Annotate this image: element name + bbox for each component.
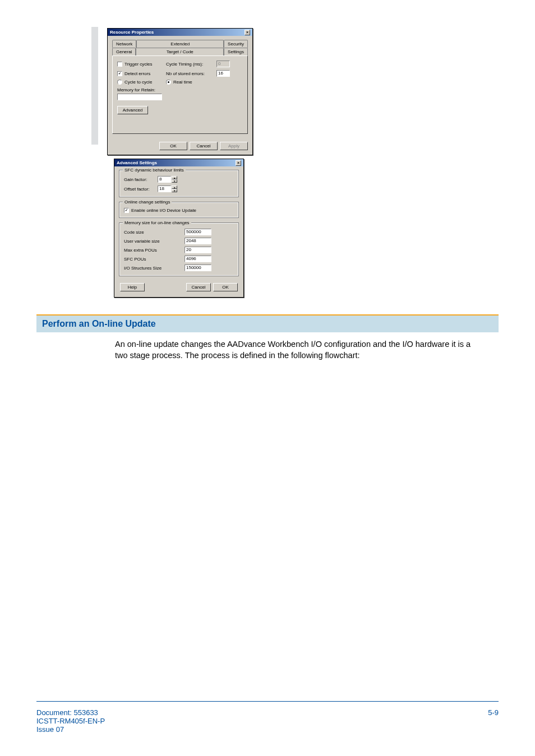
body-paragraph: An on-line update changes the AADvance W… — [115, 339, 474, 361]
memory-retain-label: Memory for Retain: — [117, 87, 243, 92]
trigger-cycles-checkbox[interactable] — [117, 62, 122, 67]
cancel-button[interactable]: Cancel — [190, 142, 218, 150]
offset-factor-label: Offset factor: — [124, 187, 158, 192]
page-footer: Document: 553633 ICSTT-RM405f-EN-P Issue… — [36, 701, 499, 734]
sfc-group-title: SFC dynamic behaviour limits — [123, 168, 186, 173]
footer-page-number: 5-9 — [488, 708, 499, 734]
memory-group-title: Memory size for on-line changes — [123, 220, 191, 225]
tab-settings[interactable]: Settings — [224, 48, 248, 55]
code-size-label: Code size — [124, 230, 185, 235]
help-button[interactable]: Help — [120, 283, 145, 291]
ok-button[interactable]: OK — [213, 283, 238, 291]
detect-errors-checkbox[interactable]: ✔ — [117, 71, 122, 76]
gain-factor-spinner[interactable]: ▴▾ — [172, 176, 177, 183]
memory-retain-input[interactable] — [117, 94, 162, 100]
tab-target-code[interactable]: Target / Code — [136, 48, 224, 55]
resource-properties-dialog: Resource Properties × Network Extended S… — [107, 28, 253, 155]
apply-button: Apply — [220, 142, 248, 150]
dialog2-title: Advanced Settings — [117, 160, 157, 165]
tab-network[interactable]: Network — [112, 40, 136, 48]
sfc-pous-input[interactable]: 4096 — [185, 256, 211, 262]
close-icon[interactable]: × — [236, 160, 241, 166]
dialog2-titlebar: Advanced Settings × — [114, 159, 243, 166]
offset-factor-input[interactable]: 18 — [158, 185, 171, 192]
tab-security[interactable]: Security — [224, 40, 248, 48]
enable-online-checkbox[interactable]: ✔ — [124, 208, 129, 213]
dialog1-titlebar: Resource Properties × — [108, 29, 252, 36]
max-pous-input[interactable]: 20 — [185, 247, 211, 253]
memory-size-group: Memory size for on-line changes Code siz… — [119, 222, 239, 276]
online-change-group: Online change settings ✔ Enable online I… — [119, 202, 239, 218]
close-icon[interactable]: × — [245, 30, 250, 35]
ok-button[interactable]: OK — [159, 142, 187, 150]
dialog1-title: Resource Properties — [110, 30, 154, 35]
cycle-to-cycle-label: Cycle to cycle — [124, 80, 166, 85]
gain-factor-input[interactable]: 8 — [158, 176, 171, 183]
user-var-input[interactable]: 2048 — [185, 238, 211, 244]
advanced-settings-dialog: Advanced Settings × SFC dynamic behaviou… — [114, 159, 244, 298]
footer-doc-line3: Issue 07 — [36, 725, 105, 734]
trigger-cycles-label: Trigger cycles — [124, 62, 166, 67]
io-struct-input[interactable]: 150000 — [185, 265, 211, 271]
nb-stored-errors-label: Nb of stored errors: — [166, 71, 216, 76]
code-size-input[interactable]: 500000 — [185, 229, 211, 235]
advanced-button[interactable]: Advanced — [117, 106, 148, 114]
sfc-pous-label: SFC POUs — [124, 257, 185, 262]
cycle-timing-label: Cycle Timing (ms): — [166, 62, 216, 67]
nb-stored-errors-input[interactable]: 16 — [216, 70, 230, 77]
cancel-button[interactable]: Cancel — [186, 283, 211, 291]
online-group-title: Online change settings — [123, 200, 172, 205]
offset-factor-spinner[interactable]: ▴▾ — [172, 185, 177, 192]
io-struct-label: I/O Structures Size — [124, 266, 185, 271]
tab-general[interactable]: General — [112, 48, 136, 55]
gain-factor-label: Gain factor: — [124, 177, 158, 182]
user-var-label: User variable size — [124, 239, 185, 244]
tab-extended[interactable]: Extended — [136, 40, 224, 48]
max-pous-label: Max extra POUs — [124, 248, 185, 253]
footer-doc-line1: Document: 553633 — [36, 708, 105, 717]
cycle-timing-input: 0 — [216, 61, 230, 67]
real-time-radio[interactable] — [166, 80, 171, 85]
section-heading: Perform an On-line Update — [36, 314, 499, 332]
cycle-to-cycle-radio[interactable] — [117, 80, 122, 85]
footer-doc-line2: ICSTT-RM405f-EN-P — [36, 717, 105, 725]
real-time-label: Real time — [173, 80, 192, 85]
sfc-limits-group: SFC dynamic behaviour limits Gain factor… — [119, 170, 239, 197]
detect-errors-label: Detect errors — [124, 71, 166, 76]
enable-online-label: Enable online I/O Device Update — [131, 208, 196, 213]
